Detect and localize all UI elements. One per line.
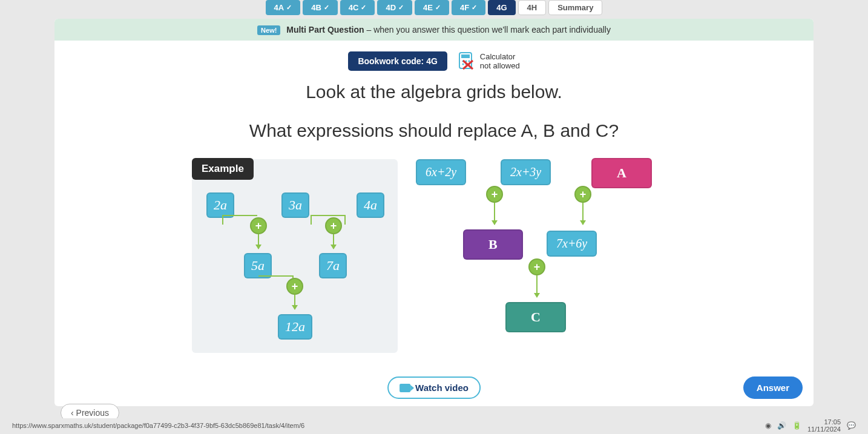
plus-icon: +: [250, 217, 267, 234]
tab-4b[interactable]: 4B✓: [303, 0, 338, 15]
chevron-left-icon: ‹: [71, 408, 76, 418]
info-row: Bookwork code: 4G Calculator not allowed: [54, 41, 814, 76]
question-line1: Look at the algebra grids below.: [54, 76, 814, 114]
tab-4d[interactable]: 4D✓: [377, 0, 412, 15]
grids-row: Example 2a 3a 4a + + 5a 7a + 12a 6x+2y 2…: [54, 159, 814, 353]
tab-4a[interactable]: 4A✓: [266, 0, 301, 15]
node-2x3y: 2x+3y: [501, 159, 551, 185]
check-icon: ✓: [435, 4, 441, 12]
calc-line2: not allowed: [480, 61, 520, 70]
node-a[interactable]: A: [591, 158, 652, 188]
plus-icon: +: [528, 258, 545, 275]
check-icon: ✓: [472, 4, 477, 12]
question-card: New! Multi Part Question – when you answ…: [54, 19, 814, 406]
tab-summary[interactable]: Summary: [548, 0, 602, 15]
tab-4h[interactable]: 4H: [518, 0, 547, 15]
node-6x2y: 6x+2y: [416, 159, 466, 185]
wifi-icon: ◉: [765, 421, 771, 430]
arrow-down-icon: [494, 203, 495, 225]
answer-button[interactable]: Answer: [743, 376, 803, 399]
calc-line1: Calculator: [480, 52, 520, 61]
arrow-down-icon: [333, 234, 334, 249]
task-tabs: 4A✓ 4B✓ 4C✓ 4D✓ 4E✓ 4F✓ 4G 4H Summary: [0, 0, 868, 19]
node-12a: 12a: [278, 314, 312, 340]
node-2a: 2a: [206, 192, 234, 218]
svg-rect-1: [461, 54, 470, 58]
banner-text: – when you answer this question we'll ma…: [364, 25, 611, 35]
banner-title: Multi Part Question: [286, 25, 364, 35]
svg-point-5: [462, 64, 464, 65]
plus-icon: +: [486, 186, 503, 203]
battery-icon: 🔋: [792, 421, 801, 430]
status-bar: https://www.sparxmaths.uk/student/packag…: [0, 418, 868, 433]
video-icon: [399, 384, 410, 392]
arrow-down-icon: [536, 275, 538, 297]
plus-icon: +: [574, 186, 591, 203]
multipart-banner: New! Multi Part Question – when you answ…: [54, 19, 814, 41]
check-icon: ✓: [361, 4, 366, 12]
node-7a: 7a: [319, 253, 347, 278]
sound-icon: 🔊: [777, 421, 786, 430]
status-url: https://www.sparxmaths.uk/student/packag…: [12, 422, 304, 429]
watch-video-button[interactable]: Watch video: [387, 376, 481, 399]
check-icon: ✓: [286, 4, 292, 12]
problem-grid: 6x+2y 2x+3y A + + B 7x+6y + C: [422, 159, 676, 353]
node-c[interactable]: C: [505, 302, 566, 332]
calculator-notice: Calculator not allowed: [458, 52, 520, 70]
example-grid: Example 2a 3a 4a + + 5a 7a + 12a: [192, 159, 398, 353]
svg-point-4: [468, 61, 470, 62]
node-4a: 4a: [357, 192, 384, 218]
node-7x6y: 7x+6y: [547, 231, 597, 257]
calculator-icon: [458, 52, 475, 70]
check-icon: ✓: [398, 4, 404, 12]
arrow-down-icon: [294, 295, 295, 309]
tab-4g-active[interactable]: 4G: [488, 0, 515, 15]
tab-4e[interactable]: 4E✓: [415, 0, 449, 15]
node-5a: 5a: [244, 253, 272, 278]
question-line2: What expressions should replace A, B and…: [54, 114, 814, 159]
notification-icon[interactable]: 💬: [847, 421, 856, 430]
plus-icon: +: [286, 278, 303, 295]
tab-4f[interactable]: 4F✓: [452, 0, 485, 15]
node-b[interactable]: B: [463, 229, 523, 260]
clock: 17:05 11/11/2024: [807, 418, 841, 433]
arrow-down-icon: [582, 203, 584, 225]
check-icon: ✓: [324, 4, 329, 12]
arrow-down-icon: [258, 234, 259, 249]
plus-icon: +: [325, 217, 342, 234]
tab-4c[interactable]: 4C✓: [340, 0, 375, 15]
new-badge: New!: [257, 25, 280, 35]
example-label: Example: [192, 158, 254, 180]
bookwork-code: Bookwork code: 4G: [348, 51, 447, 71]
node-3a: 3a: [281, 192, 309, 218]
